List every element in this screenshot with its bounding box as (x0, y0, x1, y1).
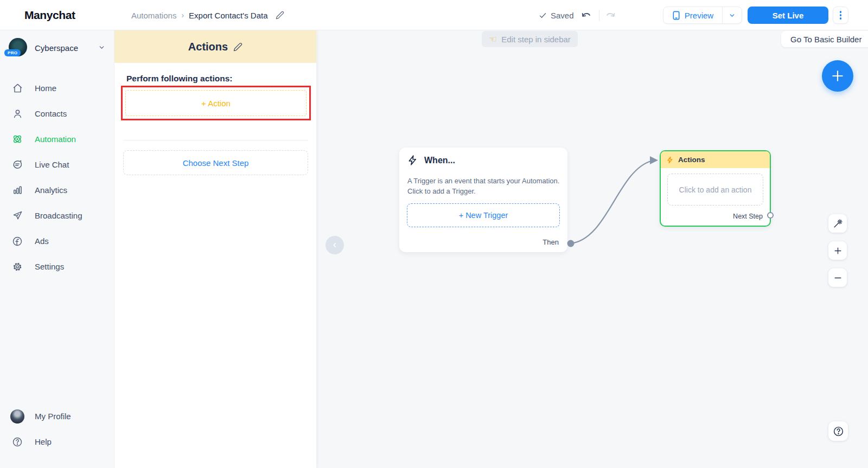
trigger-card[interactable]: When... A Trigger is an event that start… (399, 148, 567, 252)
panel-header: Actions (114, 30, 316, 63)
preview-dropdown-button[interactable] (722, 7, 742, 23)
home-icon (12, 83, 23, 94)
sidebar-item-broadcasting[interactable]: Broadcasting (0, 203, 114, 228)
divider (599, 10, 599, 21)
sidebar-item-live-chat[interactable]: Live Chat (0, 152, 114, 177)
top-bar: Manychat Automations › Export Contact's … (0, 0, 868, 30)
sidebar-item-home[interactable]: Home (0, 75, 114, 101)
help-circle-icon (833, 426, 844, 437)
pro-badge: PRO (4, 49, 21, 56)
zoom-out-button[interactable] (828, 268, 847, 287)
workspace-name: Cyberspace (35, 34, 78, 62)
sidebar-item-help[interactable]: Help (0, 429, 114, 454)
ads-icon (12, 236, 23, 247)
breadcrumb-parent[interactable]: Automations (131, 11, 176, 20)
minus-icon (833, 273, 843, 283)
settings-icon (12, 261, 23, 272)
set-live-label: Set Live (773, 11, 804, 20)
sidebar-nav: Home Contacts Automation Live Chat Analy… (0, 75, 114, 279)
lightning-icon (666, 156, 674, 164)
check-icon (539, 11, 547, 20)
sidebar: PRO Cyberspace Home Contacts Automation (0, 30, 114, 468)
trigger-card-title: When... (424, 156, 455, 165)
preview-label: Preview (685, 11, 713, 20)
preview-main[interactable]: Preview (663, 7, 722, 23)
chevron-down-icon (729, 12, 736, 19)
breadcrumb-chevron-icon: › (181, 11, 184, 20)
collapse-panel-button[interactable] (326, 236, 344, 254)
divider (123, 140, 308, 140)
actions-node-header: Actions (661, 151, 770, 168)
add-action-dropzone[interactable]: Click to add an action (667, 174, 763, 206)
then-label: Then (542, 238, 559, 246)
manychat-logo: Manychat (24, 0, 75, 30)
redo-button[interactable] (604, 9, 617, 22)
save-status: Saved (539, 0, 574, 30)
breadcrumb: Automations › Export Contact's Data (131, 0, 284, 30)
edit-step-hint: ☜ Edit step in sidebar (482, 31, 578, 47)
choose-next-step-button[interactable]: Choose Next Step (123, 150, 308, 175)
breadcrumb-current: Export Contact's Data (189, 11, 267, 20)
analytics-icon (12, 185, 23, 196)
undo-icon (580, 10, 592, 21)
phone-icon (672, 11, 680, 20)
sidebar-item-analytics[interactable]: Analytics (0, 177, 114, 203)
sidebar-item-settings[interactable]: Settings (0, 254, 114, 279)
edit-pencil-icon[interactable] (276, 11, 284, 20)
undo-button[interactable] (579, 9, 592, 22)
new-trigger-button[interactable]: + New Trigger (407, 203, 560, 227)
plus-icon (833, 246, 843, 255)
flow-canvas[interactable] (316, 30, 868, 468)
actions-node-title: Actions (678, 156, 705, 164)
panel-subtitle: Perform following actions: (126, 74, 232, 84)
panel-title: Actions (188, 41, 228, 53)
next-step-port[interactable] (767, 212, 774, 219)
chevron-down-icon (98, 44, 105, 51)
help-button[interactable] (828, 421, 848, 441)
auto-arrange-button[interactable] (828, 214, 847, 233)
actions-node[interactable]: Actions Click to add an action Next Step (660, 150, 771, 227)
plus-icon (831, 69, 845, 83)
profile-avatar (10, 409, 24, 424)
sidebar-item-ads[interactable]: Ads (0, 228, 114, 254)
edit-pencil-icon[interactable] (233, 42, 242, 52)
add-step-fab[interactable] (822, 60, 853, 92)
chevron-left-icon (331, 241, 339, 249)
contacts-icon (12, 108, 23, 119)
automation-icon (12, 134, 23, 145)
live-chat-icon (12, 159, 23, 170)
step-editor-panel: Actions Perform following actions: + Act… (114, 30, 316, 468)
sidebar-footer: My Profile Help (0, 403, 114, 454)
trigger-card-header: When... (407, 155, 455, 166)
broadcasting-icon (12, 210, 23, 221)
annotation-highlight: + Action (121, 86, 311, 120)
trigger-card-description: A Trigger is an event that starts your A… (407, 176, 562, 196)
more-options-button[interactable] (833, 7, 848, 24)
saved-label: Saved (551, 11, 574, 20)
set-live-button[interactable]: Set Live (748, 7, 828, 24)
sidebar-item-my-profile[interactable]: My Profile (0, 403, 114, 429)
next-step-label: Next Step (733, 213, 763, 220)
zoom-in-button[interactable] (828, 241, 847, 260)
kebab-menu-icon (840, 11, 842, 20)
go-to-basic-builder-button[interactable]: Go To Basic Builder (781, 31, 868, 47)
sidebar-item-contacts[interactable]: Contacts (0, 101, 114, 126)
edit-step-hint-label: Edit step in sidebar (501, 35, 571, 44)
redo-icon (605, 10, 616, 21)
magic-wand-icon (833, 219, 843, 229)
sidebar-item-automation[interactable]: Automation (0, 126, 114, 152)
help-icon (12, 437, 23, 447)
pointing-left-hand-icon: ☜ (489, 35, 497, 44)
add-action-button[interactable]: + Action (125, 90, 307, 116)
lightning-icon (407, 155, 418, 166)
preview-button[interactable]: Preview (663, 7, 742, 24)
workspace-selector[interactable]: PRO Cyberspace (0, 34, 114, 62)
